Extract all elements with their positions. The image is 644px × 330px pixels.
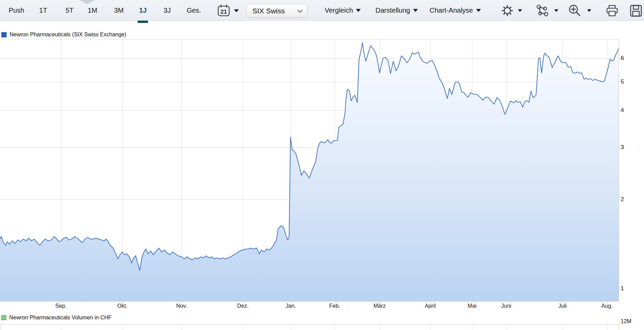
settings-dropdown-icon[interactable] xyxy=(518,9,522,12)
svg-text:21: 21 xyxy=(221,9,227,15)
y-axis-label: 4 xyxy=(621,107,634,114)
volume-gridline xyxy=(182,325,182,330)
volume-legend-swatch xyxy=(1,315,6,320)
x-axis-tick xyxy=(430,302,431,304)
tab-1m[interactable]: 1M xyxy=(78,0,107,21)
price-legend-label: Newron Pharmaceuticals (SIX Swiss Exchan… xyxy=(10,32,126,38)
tab-push[interactable]: Push xyxy=(2,0,31,21)
x-axis-label: Sep. xyxy=(49,303,73,309)
menu-darstellung-label: Darstellung xyxy=(375,7,410,14)
share-dropdown-icon[interactable] xyxy=(554,9,558,12)
x-axis-tick xyxy=(291,302,291,304)
volume-axis-top-tick: 12M xyxy=(621,318,631,325)
dropdown-triangle-icon xyxy=(413,9,418,12)
x-axis-label: März xyxy=(368,303,392,309)
volume-gridline xyxy=(61,325,61,330)
volume-panel-border xyxy=(619,325,619,330)
save-icon[interactable] xyxy=(630,4,643,17)
volume-chart[interactable] xyxy=(0,324,621,330)
volume-panel-border xyxy=(1,325,1,330)
volume-gridline xyxy=(243,325,243,330)
calendar-icon[interactable]: 21 xyxy=(217,4,230,17)
x-axis-tick xyxy=(472,302,472,304)
x-axis-tick xyxy=(182,302,182,304)
menu-chart-analyse-label: Chart-Analyse xyxy=(430,7,473,14)
price-chart[interactable] xyxy=(0,39,644,302)
dropdown-triangle-icon xyxy=(356,9,361,12)
toolbar: Push 1T 5T 1M 3M 1J 3J Ges. 21 SIX Swiss… xyxy=(0,0,644,21)
x-axis-label: Jan. xyxy=(279,303,303,309)
menu-chart-analyse[interactable]: Chart-Analyse xyxy=(430,0,481,21)
volume-gridline xyxy=(607,325,607,330)
y-axis-label: 6 xyxy=(621,55,634,62)
volume-legend-label: Newron Pharmaceuticals Volumen in CHF xyxy=(9,315,112,321)
print-icon[interactable] xyxy=(606,4,619,17)
tab-3j[interactable]: 3J xyxy=(153,0,182,21)
chevron-down-icon xyxy=(297,9,303,13)
dropdown-triangle-icon xyxy=(476,9,481,12)
zoom-in-icon[interactable] xyxy=(568,4,581,17)
x-axis-label: Juni xyxy=(494,303,518,309)
x-axis-tick xyxy=(61,302,61,304)
x-axis-label: Aug. xyxy=(595,303,619,309)
zoom-dropdown-icon[interactable] xyxy=(587,9,591,12)
x-axis-tick xyxy=(607,302,607,304)
volume-gridline xyxy=(122,325,123,330)
volume-gridline xyxy=(335,325,335,330)
settings-gear-icon[interactable] xyxy=(501,4,514,17)
volume-gridline xyxy=(430,325,431,330)
price-series-legend: Newron Pharmaceuticals (SIX Swiss Exchan… xyxy=(1,32,126,38)
x-axis-label: Nov. xyxy=(170,303,194,309)
x-axis-tick xyxy=(243,302,243,304)
volume-gridline xyxy=(380,325,380,330)
x-axis-label: April xyxy=(418,303,442,309)
x-axis-label: Juli xyxy=(550,303,574,309)
x-axis-tick xyxy=(562,302,563,304)
x-axis-tick xyxy=(335,302,335,304)
x-axis-label: Dez. xyxy=(231,303,255,309)
calendar-dropdown-icon[interactable] xyxy=(234,9,239,12)
menu-vergleich-label: Vergleich xyxy=(325,7,353,14)
volume-gridline xyxy=(291,325,291,330)
x-axis-tick xyxy=(506,302,507,304)
x-axis-label: Mai xyxy=(460,303,484,309)
x-axis-tick xyxy=(380,302,380,304)
menu-vergleich[interactable]: Vergleich xyxy=(325,0,361,21)
tab-ges[interactable]: Ges. xyxy=(179,0,208,21)
menu-darstellung[interactable]: Darstellung xyxy=(375,0,418,21)
volume-gridline xyxy=(562,325,563,330)
y-axis-label: 3 xyxy=(621,144,634,151)
active-tab-underline xyxy=(138,21,148,23)
y-axis-label: 5 xyxy=(621,78,634,85)
price-legend-swatch xyxy=(1,32,7,37)
volume-gridline xyxy=(506,325,507,330)
chart-application: Push 1T 5T 1M 3M 1J 3J Ges. 21 SIX Swiss… xyxy=(0,0,644,330)
x-axis-label: Feb. xyxy=(323,303,347,309)
x-axis-tick xyxy=(122,302,123,304)
volume-gridline xyxy=(472,325,472,330)
exchange-select-value: SIX Swiss xyxy=(252,7,285,15)
y-axis-label: 2 xyxy=(621,196,634,203)
share-icon[interactable] xyxy=(536,4,549,17)
volume-series-legend: Newron Pharmaceuticals Volumen in CHF xyxy=(1,315,112,321)
exchange-select[interactable]: SIX Swiss xyxy=(246,4,308,18)
tab-1t[interactable]: 1T xyxy=(29,0,58,21)
y-axis-label: 1 xyxy=(621,285,634,292)
x-axis-label: Okt. xyxy=(110,303,134,309)
